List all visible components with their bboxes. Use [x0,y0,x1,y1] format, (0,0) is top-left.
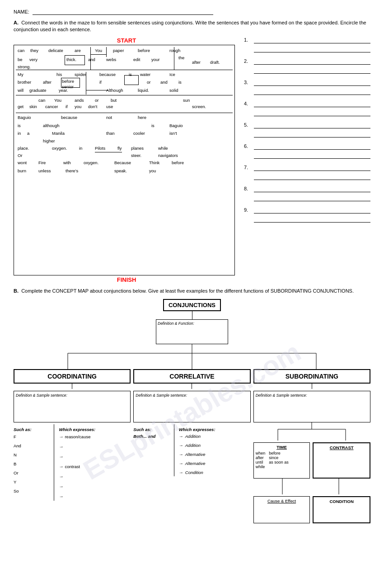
maze-word: you [75,104,81,109]
maze-word: wont [18,160,27,165]
maze-vline [106,47,107,57]
maze-word: than [106,131,115,136]
maze-word: Manila [52,131,65,136]
maze-word: steer. [131,153,141,158]
maze-vline [174,47,174,70]
maze-word: higher [43,138,55,143]
maze-inner: can they delicate are You paper before r… [16,47,233,271]
maze-word: webs [106,57,116,62]
answer-8: 8. [244,186,370,203]
cm-col-correlative: CORRELATIVE Definition & Sample sentence… [133,369,250,523]
page-container: NAME: A. Connect the words in the maze t… [14,9,370,523]
maze-word: is [18,123,21,128]
maze-word: if [99,80,102,85]
maze-hline [16,113,233,113]
maze-word: and [160,80,168,85]
maze-box: can they delicate are You paper before r… [14,45,235,275]
maze-word: Pilots [95,146,105,151]
maze-word: oxygen. [52,146,67,151]
maze-word: solid [169,88,178,93]
maze-word: oxygen. [84,160,98,165]
maze-word: is [151,123,155,128]
maze-word: year. [59,88,68,93]
answer-2: 2. [244,58,370,75]
maze-word: here [138,115,146,120]
maze-hline [16,70,233,70]
concept-map: ESLprintables.com CONJUNCTIONS Definitio… [14,299,370,523]
maze-word: place. [18,146,29,151]
cm-correlative-def: Definition & Sample sentence: [133,391,250,422]
cm-contrast-box: CONTRAST [313,442,370,479]
maze-hline [90,54,106,55]
cm-corr-sub-row: Such as: Both... and Which expresses: [133,424,250,476]
maze-word: be [18,57,23,62]
maze-word: spider [75,72,86,77]
maze-word: thick. [66,57,76,62]
maze-word: Ice [169,72,175,77]
maze-word: they [30,48,38,53]
maze-word: because [99,72,116,77]
answer-1: 1. [244,37,370,54]
maze-word: before [172,160,184,165]
maze-outline [124,75,139,85]
cm-coordinating-def: Definition & Sample sentence: [14,391,131,422]
maze-word: use [106,104,113,109]
maze-word: although [43,123,59,128]
maze-word: navigators [158,153,178,158]
maze-vline [90,47,91,70]
section-b: B. Complete the CONCEPT MAP about conjun… [14,288,370,523]
maze-word: in [79,146,82,151]
maze-word: very [29,57,37,62]
maze-word: don't [88,104,97,109]
maze-word: you [149,168,156,173]
finish-label: FINISH [14,276,239,283]
maze-word: liquid. [138,88,149,93]
cm-subordinating-def: Definition & Sample sentence: [253,391,370,422]
maze-word: the [178,55,184,60]
maze-word: sun [183,98,190,103]
maze-vline [86,72,86,95]
cm-coordinating-box: COORDINATING [14,369,131,384]
maze-word: there's [66,168,78,173]
maze-word: cooler [133,131,145,136]
maze-word: Because [114,160,131,165]
maze-word: planes [131,146,144,151]
maze-word: delicate [48,48,63,53]
maze-word: after [43,80,52,85]
cm-def-box: Definition & Function: [156,319,228,344]
maze-word: paper [113,48,124,53]
maze-word: Baguio [18,115,31,120]
cm-cause-condition-row: Cause & Effect CONDITION [253,496,370,523]
maze-word: strong. [18,64,31,69]
section-b-title: B. Complete the CONCEPT MAP about conjun… [14,288,370,294]
maze-word: You [95,48,102,53]
maze-word: Think [149,160,159,165]
start-label: START [14,37,239,44]
maze-word: water [140,72,150,77]
maze-word: can [18,48,24,53]
answer-7: 7. [244,165,370,181]
maze-word: in [18,131,21,136]
maze-word: can [38,98,45,103]
cm-subordinating-box: SUBORDINATING [253,369,370,384]
cm-connector-svg [14,344,370,369]
maze-word: unless [38,168,51,173]
maze-word: and [88,57,95,62]
cm-correlative-box: CORRELATIVE [133,369,250,384]
answer-5: 5. [244,122,370,139]
maze-word: get [18,104,23,109]
cm-sub-connector-svg [255,422,368,441]
maze-word: cancer [45,104,58,109]
maze-word: is [178,80,182,85]
maze-word: edit [133,57,140,62]
maze-hline [86,90,108,90]
maze-word: ands [75,98,84,103]
maze-word: speak. [114,168,127,173]
maze-word: fly [117,146,122,151]
maze-word: Fire [38,160,46,165]
maze-word: are [75,48,81,53]
maze-word: burn [18,168,26,173]
answer-3: 3. [244,80,370,96]
cm-col-coordinating: COORDINATING Definition & Sample sentenc… [14,369,131,523]
cm-condition-box: CONDITION [313,496,370,523]
